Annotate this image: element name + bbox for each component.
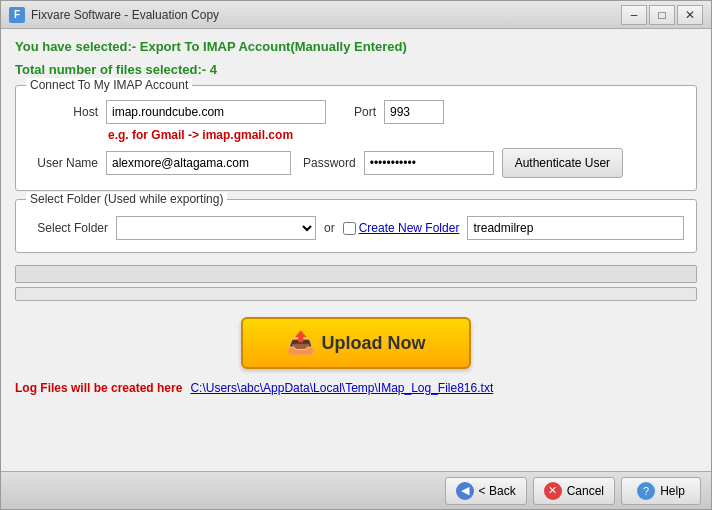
port-label: Port — [354, 105, 376, 119]
password-input[interactable] — [364, 151, 494, 175]
cancel-icon: ✕ — [544, 482, 562, 500]
cancel-button[interactable]: ✕ Cancel — [533, 477, 615, 505]
back-label: < Back — [479, 484, 516, 498]
imap-group-box: Connect To My IMAP Account Host Port e.g… — [15, 85, 697, 191]
window-controls: – □ ✕ — [621, 5, 703, 25]
upload-button[interactable]: 📤 Upload Now — [241, 317, 471, 369]
credentials-row: User Name Password Authenticate User — [28, 148, 684, 178]
help-button[interactable]: ? Help — [621, 477, 701, 505]
folder-group-box: Select Folder (Used while exporting) Sel… — [15, 199, 697, 253]
host-input[interactable] — [106, 100, 326, 124]
upload-icon: 📤 — [287, 330, 314, 356]
main-window: F Fixvare Software - Evaluation Copy – □… — [0, 0, 712, 510]
username-label: User Name — [28, 156, 98, 170]
imap-group-title: Connect To My IMAP Account — [26, 78, 192, 92]
or-label: or — [324, 221, 335, 235]
folder-dropdown[interactable] — [116, 216, 316, 240]
host-label: Host — [28, 105, 98, 119]
bottom-bar: ◀ < Back ✕ Cancel ? Help — [1, 471, 711, 509]
create-folder-label: Create New Folder — [359, 221, 460, 235]
close-button[interactable]: ✕ — [677, 5, 703, 25]
password-label: Password — [303, 156, 356, 170]
folder-group-title: Select Folder (Used while exporting) — [26, 192, 227, 206]
help-label: Help — [660, 484, 685, 498]
username-input[interactable] — [106, 151, 291, 175]
status-line2: Total number of files selected:- 4 — [15, 62, 697, 77]
app-icon: F — [9, 7, 25, 23]
create-folder-checkbox-label[interactable]: Create New Folder — [343, 221, 460, 235]
log-row: Log Files will be created here C:\Users\… — [15, 381, 697, 395]
upload-label: Upload Now — [322, 333, 426, 354]
log-link[interactable]: C:\Users\abc\AppData\Local\Temp\IMap_Log… — [190, 381, 493, 395]
progress-bar-2 — [15, 287, 697, 301]
back-button[interactable]: ◀ < Back — [445, 477, 527, 505]
restore-button[interactable]: □ — [649, 5, 675, 25]
gmail-hint: e.g. for Gmail -> imap.gmail.com — [108, 128, 684, 142]
minimize-button[interactable]: – — [621, 5, 647, 25]
progress-area — [15, 265, 697, 301]
upload-btn-area: 📤 Upload Now — [15, 317, 697, 369]
back-icon: ◀ — [456, 482, 474, 500]
status-line1: You have selected:- Export To IMAP Accou… — [15, 39, 697, 54]
help-icon: ? — [637, 482, 655, 500]
log-label: Log Files will be created here — [15, 381, 182, 395]
title-bar: F Fixvare Software - Evaluation Copy – □… — [1, 1, 711, 29]
content-area: You have selected:- Export To IMAP Accou… — [1, 29, 711, 471]
progress-bar-1 — [15, 265, 697, 283]
port-input[interactable] — [384, 100, 444, 124]
cancel-label: Cancel — [567, 484, 604, 498]
host-row: Host Port — [28, 100, 684, 124]
folder-row: Select Folder or Create New Folder — [28, 216, 684, 240]
create-folder-checkbox[interactable] — [343, 222, 356, 235]
window-title: Fixvare Software - Evaluation Copy — [31, 8, 621, 22]
folder-label: Select Folder — [28, 221, 108, 235]
authenticate-button[interactable]: Authenticate User — [502, 148, 623, 178]
folder-name-input[interactable] — [467, 216, 684, 240]
